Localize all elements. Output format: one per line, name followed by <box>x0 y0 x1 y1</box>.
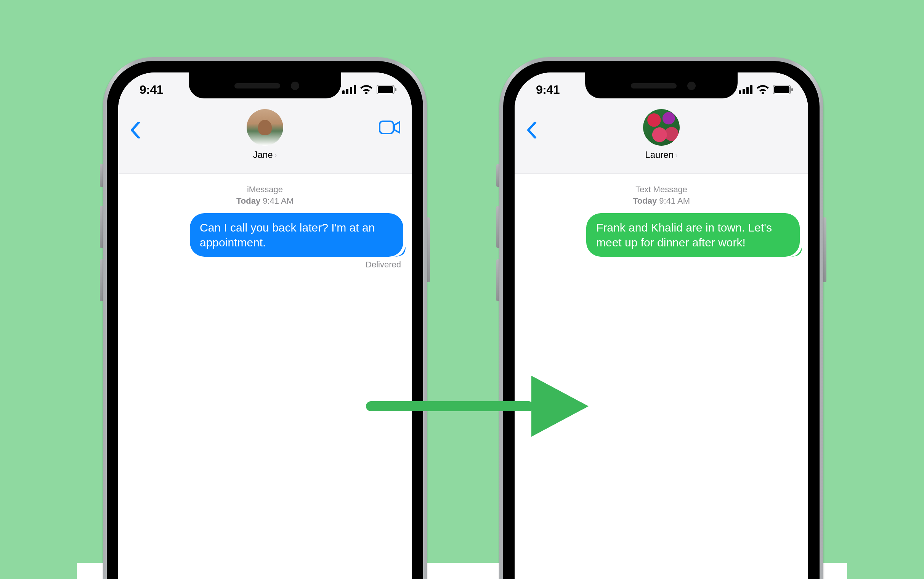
battery-icon <box>773 85 793 94</box>
svg-rect-17 <box>746 87 749 94</box>
transition-arrow <box>366 374 610 438</box>
cellular-icon <box>739 85 753 94</box>
svg-rect-7 <box>380 121 393 134</box>
contact-button[interactable]: Lauren › <box>643 109 680 160</box>
facetime-button[interactable] <box>379 120 400 135</box>
message-bubble[interactable]: Frank and Khalid are in town. Let's meet… <box>586 213 800 257</box>
arrow-head-icon <box>531 376 588 437</box>
status-time: 9:41 <box>140 83 163 97</box>
svg-rect-16 <box>743 89 745 94</box>
outgoing-message-row: Can I call you back later? I'm at an app… <box>127 213 403 257</box>
timestamp-header: iMessage Today 9:41 AM <box>127 184 403 206</box>
contact-button[interactable]: Jane › <box>247 109 283 160</box>
status-icons <box>739 85 793 94</box>
svg-rect-20 <box>774 86 789 93</box>
battery-icon <box>376 85 396 94</box>
screen: 9:41 Jane › <box>118 72 412 579</box>
bubble-tail-icon <box>393 247 406 257</box>
delivery-status: Delivered <box>127 260 403 270</box>
cellular-icon <box>342 85 356 94</box>
svg-rect-6 <box>395 88 396 91</box>
chevron-right-icon: › <box>675 150 678 159</box>
wifi-icon <box>360 85 373 94</box>
avatar <box>247 109 283 146</box>
back-button[interactable] <box>126 121 145 140</box>
message-text: Frank and Khalid are in town. Let's meet… <box>596 221 772 249</box>
conversation-header: Jane › <box>118 107 412 174</box>
comparison-stage: 9:41 Jane › <box>0 0 924 579</box>
arrow-shaft <box>366 401 534 411</box>
notch <box>585 72 738 98</box>
screen: 9:41 Lauren › <box>515 72 808 579</box>
message-text: Can I call you back later? I'm at an app… <box>200 221 375 249</box>
bubble-tail-icon <box>790 247 802 257</box>
day-label: Today <box>236 196 260 206</box>
status-time: 9:41 <box>536 83 560 97</box>
svg-rect-3 <box>354 85 356 94</box>
avatar <box>643 109 680 146</box>
conversation-header: Lauren › <box>515 107 808 174</box>
outgoing-message-row: Frank and Khalid are in town. Let's meet… <box>523 213 800 257</box>
svg-rect-21 <box>791 88 793 91</box>
chevron-left-icon <box>130 122 140 139</box>
contact-name-row: Jane › <box>253 149 277 160</box>
timestamp-header: Text Message Today 9:41 AM <box>523 184 800 206</box>
service-label: iMessage <box>127 184 403 195</box>
back-button[interactable] <box>522 121 541 140</box>
contact-name: Lauren <box>645 149 673 160</box>
message-bubble[interactable]: Can I call you back later? I'm at an app… <box>190 213 403 257</box>
svg-rect-2 <box>350 87 352 94</box>
day-label: Today <box>633 196 657 206</box>
phone-sms: 9:41 Lauren › <box>499 57 823 579</box>
contact-name: Jane <box>253 149 273 160</box>
svg-rect-15 <box>739 90 741 94</box>
phone-imessage: 9:41 Jane › <box>103 57 427 579</box>
service-label: Text Message <box>523 184 800 195</box>
status-icons <box>342 85 396 94</box>
chevron-right-icon: › <box>274 150 277 159</box>
wifi-icon <box>756 85 769 94</box>
svg-rect-5 <box>378 86 393 93</box>
video-icon <box>379 121 400 134</box>
chevron-left-icon <box>527 122 537 139</box>
time-label: 9:41 AM <box>262 196 293 206</box>
svg-rect-18 <box>750 85 753 94</box>
time-label: 9:41 AM <box>659 196 690 206</box>
notch <box>189 72 341 98</box>
svg-rect-1 <box>346 89 349 94</box>
contact-name-row: Lauren › <box>645 149 677 160</box>
svg-rect-0 <box>342 90 345 94</box>
